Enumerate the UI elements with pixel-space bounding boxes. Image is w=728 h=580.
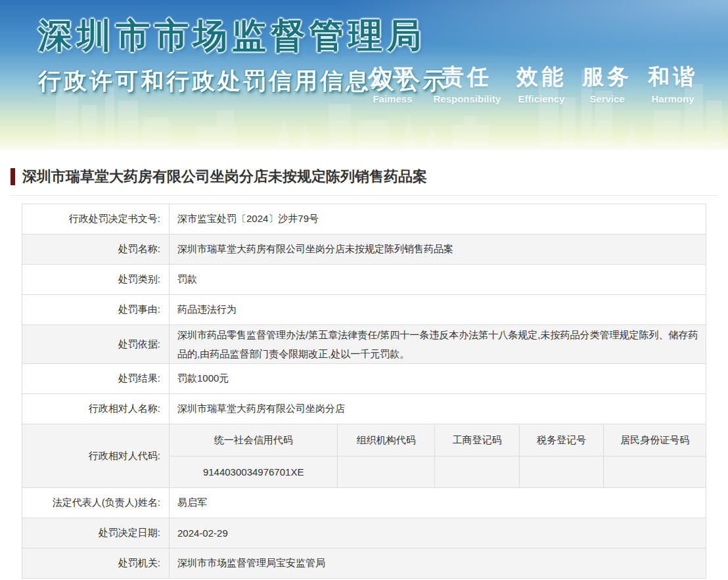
- field-value: 罚款: [170, 265, 706, 295]
- field-label: 处罚名称:: [22, 234, 170, 265]
- slogan-cn: 效能: [516, 62, 566, 92]
- code-column-header: 税务登记号: [519, 425, 604, 457]
- table-row: 处罚类别:罚款: [22, 265, 706, 295]
- code-column-header: 统一社会信用代码: [170, 425, 338, 457]
- slogan-cn: 责任: [442, 62, 492, 92]
- banner-header: 深圳市市场监督管理局 行政许可和行政处罚信用信息双公示 公平Faimess责任R…: [0, 0, 728, 150]
- field-value: 2024-02-29: [170, 518, 706, 548]
- field-label: 法定代表人(负责人)姓名:: [22, 488, 170, 518]
- slogan-en: Efficiency: [518, 93, 565, 104]
- field-label: 行政处罚决定书文号:: [22, 204, 170, 234]
- table-row: 处罚决定日期:2024-02-29: [22, 518, 706, 548]
- codes-header-row: 统一社会信用代码组织机构代码工商登记码税务登记号居民身份证号码: [170, 425, 706, 457]
- slogan-en: Faimess: [373, 93, 412, 104]
- field-label: 处罚结果:: [22, 364, 170, 394]
- table-row: 处罚事由:药品违法行为: [22, 295, 706, 325]
- field-label: 处罚机关:: [22, 548, 170, 579]
- site-title: 深圳市市场监督管理局: [38, 13, 728, 59]
- penalty-info-table: 行政处罚决定书文号:深市监宝处罚〔2024〕沙井79号处罚名称:深圳市瑞草堂大药…: [22, 204, 706, 579]
- field-label: 处罚事由:: [22, 295, 170, 325]
- table-row: 处罚名称:深圳市瑞草堂大药房有限公司坐岗分店未按规定陈列销售药品案: [22, 234, 706, 265]
- field-label: 行政相对人代码:: [22, 424, 170, 488]
- slogan-cn: 公平: [367, 62, 417, 92]
- field-label: 处罚类别:: [22, 265, 170, 295]
- field-label: 行政相对人名称:: [22, 394, 170, 424]
- table-row: 行政相对人代码:统一社会信用代码组织机构代码工商登记码税务登记号居民身份证号码9…: [22, 424, 706, 488]
- codes-value-row: 9144030034976701XE: [170, 456, 706, 487]
- slogan-en: Service: [589, 93, 624, 104]
- table-row: 处罚依据:深圳市药品零售监督管理办法/第五章法律责任/第四十一条违反本办法第十八…: [22, 325, 706, 364]
- field-value: 深圳市药品零售监督管理办法/第五章法律责任/第四十一条违反本办法第十八条规定,未…: [170, 325, 706, 364]
- table-row: 处罚结果:罚款1000元: [22, 364, 706, 394]
- slogan-pair: 公平Faimess: [367, 62, 417, 104]
- party-codes-table: 统一社会信用代码组织机构代码工商登记码税务登记号居民身份证号码914403003…: [170, 425, 706, 487]
- slogan-block: 公平Faimess责任Responsibility效能Efficiency服务S…: [367, 62, 698, 104]
- field-value: 深市监宝处罚〔2024〕沙井79号: [170, 204, 706, 234]
- field-value: 深圳市瑞草堂大药房有限公司坐岗分店: [170, 394, 706, 424]
- table-row: 行政处罚决定书文号:深市监宝处罚〔2024〕沙井79号: [22, 204, 706, 234]
- code-value: [519, 456, 604, 487]
- slogan-en: Responsibility: [433, 93, 501, 104]
- slogan-pair: 和谐Harmony: [648, 62, 698, 104]
- penalty-table-body: 行政处罚决定书文号:深市监宝处罚〔2024〕沙井79号处罚名称:深圳市瑞草堂大药…: [22, 204, 706, 579]
- page-title: 深圳市瑞草堂大药房有限公司坐岗分店未按规定陈列销售药品案: [22, 167, 427, 186]
- slogan-pair: 效能Efficiency: [516, 62, 566, 104]
- slogan-en: Harmony: [651, 93, 694, 104]
- code-column-header: 居民身份证号码: [604, 425, 706, 457]
- field-label: 处罚决定日期:: [22, 518, 170, 548]
- field-value: 深圳市瑞草堂大药房有限公司坐岗分店未按规定陈列销售药品案: [170, 234, 706, 265]
- table-row: 处罚机关:深圳市市场监督管理局宝安监管局: [22, 548, 706, 579]
- field-label: 处罚依据:: [22, 325, 170, 364]
- code-column-header: 组织机构代码: [338, 425, 435, 457]
- slogan-pair: 责任Responsibility: [433, 62, 501, 104]
- table-row: 法定代表人(负责人)姓名:易启军: [22, 488, 706, 518]
- field-value: 药品违法行为: [170, 295, 706, 325]
- field-value: 深圳市市场监督管理局宝安监管局: [170, 548, 706, 579]
- field-value: 罚款1000元: [170, 364, 706, 394]
- code-value: [435, 456, 520, 487]
- code-column-header: 工商登记码: [435, 425, 520, 457]
- main-content: 深圳市瑞草堂大药房有限公司坐岗分店未按规定陈列销售药品案 行政处罚决定书文号:深…: [11, 150, 717, 579]
- field-value: 易启军: [170, 488, 706, 518]
- table-row: 行政相对人名称:深圳市瑞草堂大药房有限公司坐岗分店: [22, 394, 706, 424]
- code-value: [604, 456, 706, 487]
- slogan-pair: 服务Service: [582, 62, 632, 104]
- code-value: [338, 456, 435, 487]
- title-accent-bar: [11, 168, 15, 185]
- field-value: 统一社会信用代码组织机构代码工商登记码税务登记号居民身份证号码914403003…: [170, 424, 706, 488]
- slogan-cn: 服务: [582, 62, 632, 92]
- code-value: 9144030034976701XE: [170, 456, 338, 487]
- slogan-cn: 和谐: [648, 62, 698, 92]
- page-title-row: 深圳市瑞草堂大药房有限公司坐岗分店未按规定陈列销售药品案: [11, 167, 717, 196]
